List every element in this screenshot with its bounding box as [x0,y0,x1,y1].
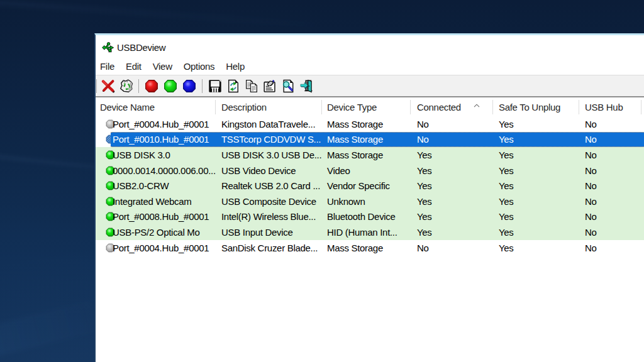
column-header-safe-to-unplug[interactable]: Safe To Unplug [493,97,579,116]
cell-device-name: Integrated Webcam [111,196,216,207]
device-row[interactable]: USB DISK 3.0USB DISK 3.0 USB De...Mass S… [96,147,644,163]
column-header-device-type[interactable]: Device Type [322,97,411,116]
green-ball-button[interactable] [161,77,180,95]
red-ball-icon [145,79,158,93]
device-row[interactable]: Port_#0004.Hub_#0001Kingston DataTravele… [96,116,644,132]
red-ball-button[interactable] [142,77,161,95]
row-band: USB-PS/2 Optical MoUSB Input DeviceHID (… [111,224,644,240]
wallpaper-light-beam [0,0,333,29]
save-icon [208,79,222,93]
cell-connected: No [411,134,493,145]
blue-ball-icon [182,79,196,93]
green-dot-gutter [96,194,111,209]
uninstall-trash-button[interactable] [117,77,135,95]
cell-safe-to-unplug: Yes [493,227,579,238]
refresh-icon [226,79,240,93]
find-button[interactable] [279,77,297,95]
menu-options[interactable]: Options [178,60,221,73]
toolbar-separator [202,79,203,93]
menu-view[interactable]: View [147,60,178,73]
green-dot-icon [101,228,110,237]
copy-button[interactable] [242,77,260,95]
cell-usb-hub: No [579,150,641,160]
cell-device-name: Port_#0004.Hub_#0001 [111,119,216,129]
usb-trident-icon [102,41,114,53]
cell-connected: Yes [411,180,493,191]
uninstall-trash-icon [119,79,133,93]
cell-device-type: Mass Storage [322,150,411,160]
device-row[interactable]: 0000.0014.0000.006.00...USB Video Device… [96,163,644,178]
cell-safe-to-unplug: Yes [493,119,579,129]
gray-dot-gutter [96,116,111,132]
cell-safe-to-unplug: Yes [493,196,579,207]
list-header: Device NameDescriptionDevice TypeConnect… [96,97,644,116]
row-band: Integrated WebcamUSB Composite DeviceUnk… [111,194,644,209]
gray-dot-gutter [96,240,111,256]
cell-device-name: Port_#0008.Hub_#0001 [111,211,216,222]
cell-device-name: Port_#0010.Hub_#0001 [111,134,216,145]
device-row[interactable]: Integrated WebcamUSB Composite DeviceUnk… [96,194,644,209]
column-header-device-name[interactable]: Device Name [96,97,216,116]
column-header-usb-hub[interactable]: USB Hub [579,97,641,116]
green-dot-icon [101,212,110,221]
column-header-label: Description [221,102,267,112]
column-header-description[interactable]: Description [216,97,322,116]
refresh-button[interactable] [224,77,242,95]
row-band: Port_#0008.Hub_#0001Intel(R) Wireless Bl… [111,209,644,225]
cell-connected: No [411,243,493,253]
column-header-label: Device Type [327,102,377,112]
blue-ball-button[interactable] [180,77,199,95]
green-dot-icon [101,181,110,190]
menu-file[interactable]: File [94,60,120,73]
cell-description: USB Video Device [216,165,322,176]
exit-icon [299,79,313,93]
device-row[interactable]: Port_#0010.Hub_#0001TSSTcorp CDDVDW S...… [96,132,644,148]
device-row[interactable]: USB2.0-CRWRealtek USB 2.0 Card ...Vendor… [96,178,644,194]
device-list: Device NameDescriptionDevice TypeConnect… [96,97,644,362]
title-bar[interactable]: USBDeview [96,35,644,60]
cell-device-name: Port_#0004.Hub_#0001 [111,243,216,253]
menu-help[interactable]: Help [220,60,250,73]
cell-description: USB Input Device [216,227,322,238]
column-header-connected[interactable]: Connected [411,97,493,116]
cell-description: Kingston DataTravele... [216,119,322,129]
cell-description: Realtek USB 2.0 Card ... [216,180,322,191]
properties-button[interactable] [260,77,279,95]
green-dot-gutter [96,147,111,163]
green-dot-icon [101,150,110,160]
column-header-label: Safe To Unplug [499,102,560,112]
green-dot-gutter [96,224,111,240]
exit-button[interactable] [297,77,315,95]
cell-device-type: Mass Storage [322,134,411,145]
toolbar [96,75,644,97]
save-button[interactable] [206,77,224,95]
cell-usb-hub: No [579,165,641,176]
menu-edit[interactable]: Edit [120,60,147,73]
cell-description: Intel(R) Wireless Blue... [216,211,322,222]
cell-device-name: USB2.0-CRW [111,180,216,191]
cell-usb-hub: No [579,243,641,253]
device-row[interactable]: Port_#0004.Hub_#0001SanDisk Cruzer Blade… [96,240,644,256]
cell-usb-hub: No [579,134,641,145]
device-row[interactable]: USB-PS/2 Optical MoUSB Input DeviceHID (… [96,224,644,240]
device-row[interactable]: Port_#0008.Hub_#0001Intel(R) Wireless Bl… [96,209,644,225]
column-header-blank[interactable] [641,97,644,116]
cell-device-name: 0000.0014.0000.006.00... [111,165,216,176]
delete-x-button[interactable] [99,77,117,95]
cell-connected: No [411,119,493,129]
green-dot-gutter [96,178,111,194]
cell-safe-to-unplug: Yes [493,134,579,145]
find-icon [281,79,295,93]
properties-icon [263,79,277,93]
cell-device-type: Mass Storage [322,243,411,253]
cell-connected: Yes [411,211,493,222]
cell-connected: Yes [411,150,493,160]
cell-device-type: HID (Human Int... [322,227,411,238]
cell-description: USB Composite Device [216,196,322,207]
cell-safe-to-unplug: Yes [493,211,579,222]
row-band: Port_#0004.Hub_#0001SanDisk Cruzer Blade… [111,240,644,256]
cell-device-name: USB DISK 3.0 [111,150,216,160]
cell-device-type: Vendor Specific [322,180,411,191]
cell-usb-hub: No [579,196,641,207]
green-dot-gutter [96,163,111,178]
